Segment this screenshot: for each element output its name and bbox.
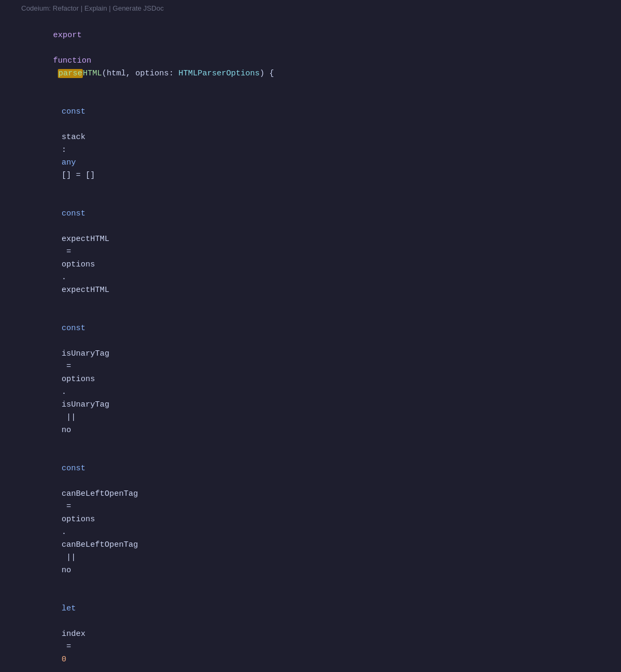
line-content-export: export function parseHTML(html, options:… [20,16,621,93]
sep1: | [81,4,84,12]
fn-name-parsehtml: HTML [83,69,102,78]
generate-jsdoc-link[interactable]: Generate JSDoc [113,4,163,12]
code-line-expecthtml: const expectHTML = options . expectHTML [0,195,621,309]
fn-name-parsehtml-highlight: parse [58,69,83,78]
code-line-index: let index = 0 [0,590,621,672]
codeium-label: Codeium: [21,4,51,12]
codeium-bar-top[interactable]: Codeium: Refactor | Explain | Generate J… [0,0,621,16]
code-editor: Codeium: Refactor | Explain | Generate J… [0,0,621,672]
line-content-isunary: const isUnaryTag = options . isUnaryTag … [20,309,621,450]
code-line-export: export function parseHTML(html, options:… [0,16,621,93]
line-content-index: let index = 0 [20,590,621,672]
refactor-link[interactable]: Refactor [53,4,79,12]
type-htmlparseroptions: HTMLParserOptions [178,69,260,78]
code-line-stack: const stack : any [] = [] [0,93,621,195]
code-line-canberleft: const canBeLeftOpenTag = options . canBe… [0,450,621,590]
keyword-function: function [53,56,91,65]
line-content-canberleft: const canBeLeftOpenTag = options . canBe… [20,450,621,590]
code-line-isunary: const isUnaryTag = options . isUnaryTag … [0,309,621,450]
explain-link[interactable]: Explain [84,4,107,12]
line-content-stack: const stack : any [] = [] [20,93,621,195]
keyword-export: export [53,31,82,40]
line-content-expecthtml: const expectHTML = options . expectHTML [20,195,621,309]
